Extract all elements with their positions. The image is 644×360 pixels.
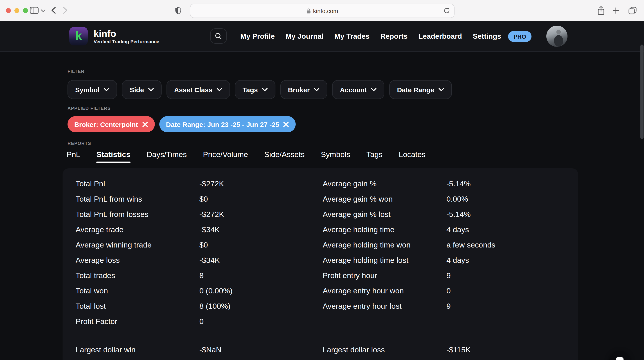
- kinfo-logo: k: [69, 27, 88, 46]
- brand[interactable]: k kinfo Verified Trading Performance: [69, 27, 159, 46]
- stat-value: -5.14%: [446, 176, 565, 192]
- stat-label: Profit Factor: [76, 314, 199, 330]
- chevron-down-icon: [216, 88, 222, 91]
- nav-item[interactable]: My Journal: [286, 32, 324, 40]
- stat-label: Average holding time lost: [323, 253, 446, 268]
- remove-filter-button[interactable]: [283, 121, 289, 127]
- window-zoom-button[interactable]: [23, 8, 28, 13]
- report-tab[interactable]: Price/Volume: [203, 150, 248, 163]
- filter-dropdown[interactable]: Tags: [235, 80, 276, 99]
- shield-icon: [175, 7, 181, 14]
- nav-item[interactable]: Reports: [380, 32, 408, 40]
- stat-row: Total lost 8 (100%): [76, 299, 318, 314]
- browser-toolbar: kinfo.com: [0, 0, 644, 22]
- stat-row: Average winning trade $0: [76, 238, 318, 253]
- chevron-down-icon: [314, 88, 320, 91]
- stat-row: Total PnL -$272K: [76, 176, 318, 192]
- report-tab[interactable]: PnL: [66, 150, 80, 163]
- back-button[interactable]: [51, 7, 56, 14]
- reports-section-label: REPORTS: [68, 141, 644, 146]
- nav-item[interactable]: Leaderboard: [418, 32, 462, 40]
- scrollbar-thumb[interactable]: [640, 44, 644, 139]
- chat-widget-button[interactable]: [609, 351, 630, 360]
- stats-left-column: Total PnL -$272K Total PnL from wins $0 …: [76, 176, 318, 358]
- tab-overview-button[interactable]: [628, 7, 637, 14]
- stat-value: -$NaN: [199, 342, 318, 358]
- stat-value: 0 (0.00%): [199, 284, 318, 299]
- stat-row: Total won 0 (0.00%): [76, 284, 318, 299]
- new-tab-button[interactable]: [612, 7, 619, 14]
- stat-row: Average holding time lost 4 days: [323, 253, 565, 268]
- privacy-report-button[interactable]: [175, 7, 181, 14]
- search-icon: [215, 32, 222, 40]
- stat-value: 8 (100%): [199, 299, 318, 314]
- search-button[interactable]: [210, 28, 227, 44]
- window-minimize-button[interactable]: [14, 8, 19, 13]
- nav-item[interactable]: My Trades: [334, 32, 370, 40]
- stat-value: 9: [446, 268, 565, 284]
- stat-value: 9: [446, 299, 565, 314]
- chevron-down-icon: [371, 88, 377, 91]
- stats-right-column: Average gain % -5.14% Average gain % won…: [323, 176, 565, 358]
- share-button[interactable]: [597, 6, 605, 15]
- chevron-down-icon: [41, 10, 46, 12]
- filter-dropdown-label: Account: [340, 86, 367, 94]
- address-bar[interactable]: kinfo.com: [190, 4, 454, 18]
- report-tab[interactable]: Side/Assets: [264, 150, 305, 163]
- filter-dropdown[interactable]: Account: [332, 80, 384, 99]
- stat-label: Largest dollar loss: [323, 342, 446, 358]
- plus-icon: [612, 7, 619, 14]
- filter-dropdown[interactable]: Broker: [280, 80, 328, 99]
- filter-dropdown-row: Symbol Side Asset Class: [68, 80, 644, 99]
- nav-item[interactable]: Settings: [473, 32, 501, 40]
- site-header: k kinfo Verified Trading Performance My …: [0, 21, 644, 52]
- applied-filter-label: Date Range: Jun 23 -25 - Jun 27 -25: [166, 120, 279, 128]
- stat-value: -$115K: [446, 342, 565, 358]
- report-tab[interactable]: Locates: [399, 150, 426, 163]
- lock-icon: [306, 8, 311, 14]
- chat-bubble-icon: [614, 356, 625, 360]
- filter-dropdown[interactable]: Symbol: [68, 80, 117, 99]
- chevron-down-icon: [438, 88, 444, 91]
- share-icon: [597, 6, 605, 15]
- stat-value: 0: [446, 284, 565, 299]
- filter-dropdown[interactable]: Date Range: [389, 80, 452, 99]
- chevron-left-icon: [51, 7, 56, 14]
- applied-filter-pill[interactable]: Date Range: Jun 23 -25 - Jun 27 -25: [159, 116, 296, 132]
- window-close-button[interactable]: [6, 8, 11, 13]
- report-tab[interactable]: Symbols: [321, 150, 350, 163]
- stat-label: Average holding time won: [323, 238, 446, 253]
- forward-button[interactable]: [63, 7, 68, 14]
- filter-section-label: FILTER: [68, 52, 644, 74]
- sidebar-menu-chevron[interactable]: [41, 10, 46, 12]
- brand-name: kinfo: [94, 29, 159, 38]
- page-content: k kinfo Verified Trading Performance My …: [0, 21, 644, 360]
- stat-value: 0: [199, 314, 318, 330]
- stat-label: Profit entry hour: [323, 268, 446, 284]
- report-tab[interactable]: Days/Times: [147, 150, 187, 163]
- remove-filter-button[interactable]: [142, 121, 148, 127]
- report-tab[interactable]: Statistics: [96, 150, 130, 163]
- stat-row: Total PnL from losses -$272K: [76, 207, 318, 222]
- applied-filters-label: APPLIED FILTERS: [68, 106, 644, 111]
- stat-row: Average gain % won 0.00%: [323, 192, 565, 207]
- nav-item[interactable]: My Profile: [240, 32, 275, 40]
- sidebar-toggle-button[interactable]: [30, 7, 39, 14]
- sidebar-icon: [30, 7, 39, 14]
- stat-value: -$34K: [199, 222, 318, 238]
- stat-row: Largest dollar win -$NaN: [76, 342, 318, 358]
- safari-window: kinfo.com: [0, 0, 644, 360]
- applied-filter-label: Broker: Centerpoint: [74, 120, 138, 128]
- stat-row: Average loss -$34K: [76, 253, 318, 268]
- applied-filter-pill[interactable]: Broker: Centerpoint: [68, 116, 154, 132]
- filter-dropdown[interactable]: Asset Class: [166, 80, 230, 99]
- user-avatar[interactable]: [546, 26, 568, 47]
- close-icon: [283, 121, 289, 127]
- pro-badge[interactable]: PRO: [508, 31, 532, 42]
- report-tab[interactable]: Tags: [366, 150, 382, 163]
- reload-button[interactable]: [444, 8, 450, 14]
- chevron-down-icon: [104, 88, 109, 91]
- stat-value: -$272K: [199, 176, 318, 192]
- stat-row: Average holding time won a few seconds: [323, 238, 565, 253]
- filter-dropdown[interactable]: Side: [122, 80, 161, 99]
